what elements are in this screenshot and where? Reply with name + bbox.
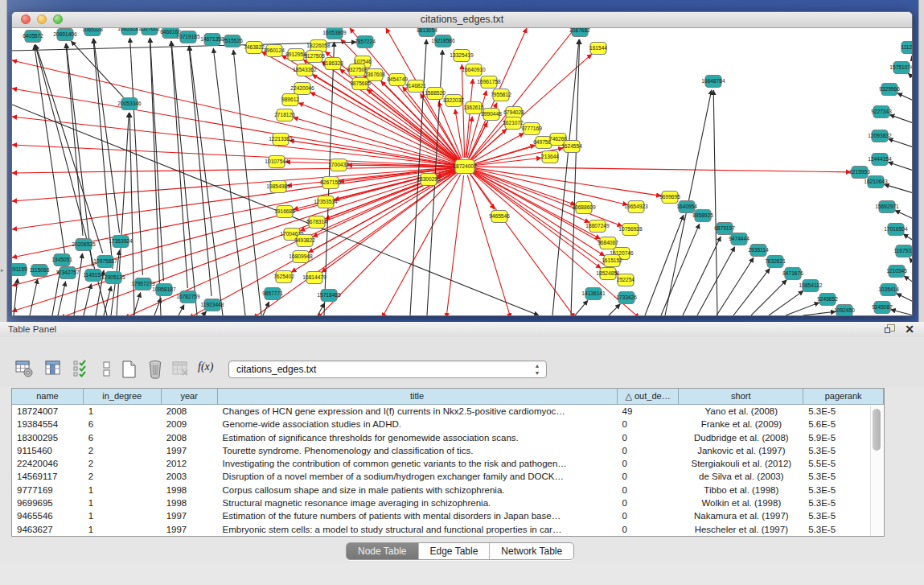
cell-year[interactable]: 2012: [162, 457, 218, 470]
cell-year[interactable]: 1997: [162, 509, 218, 522]
network-node[interactable]: 10688609: [572, 202, 596, 214]
network-node[interactable]: 1345051: [51, 254, 72, 266]
float-window-icon[interactable]: [885, 324, 895, 334]
network-node[interactable]: 7625402: [273, 271, 294, 283]
create-column-icon[interactable]: [119, 359, 140, 380]
network-node[interactable]: 20053346: [117, 98, 142, 110]
cell-short[interactable]: Hescheler et al. (1997): [679, 523, 803, 536]
panel-collapse-arrow-icon[interactable]: ▸: [1, 267, 4, 274]
network-node[interactable]: 6405572: [23, 31, 43, 43]
network-node[interactable]: 1700432: [328, 159, 349, 171]
table-mode-icon[interactable]: [14, 359, 35, 380]
cell-title[interactable]: Investigating the contribution of common…: [218, 457, 618, 470]
network-node[interactable]: 18807249: [585, 220, 610, 233]
network-node[interactable]: 8186328: [322, 58, 343, 70]
cell-year[interactable]: 2009: [162, 418, 218, 431]
network-node[interactable]: 14136141: [581, 288, 606, 300]
network-node[interactable]: 16961758: [477, 76, 501, 89]
cell-title[interactable]: Corpus callosum shape and size in male p…: [218, 484, 618, 496]
cell-name[interactable]: 14569117: [12, 470, 84, 483]
network-node[interactable]: 9857771: [262, 288, 283, 300]
show-columns-icon[interactable]: [43, 359, 64, 380]
tab-edge-table[interactable]: Edge Table: [419, 543, 491, 559]
network-node[interactable]: 16640910: [462, 64, 486, 76]
cell-year[interactable]: 1997: [162, 444, 218, 457]
cell-name[interactable]: 9777169: [12, 484, 84, 496]
cell-out_de[interactable]: 0: [618, 457, 680, 470]
cell-in_degree[interactable]: 1: [84, 484, 162, 496]
network-node[interactable]: 111287: [901, 42, 912, 54]
cell-short[interactable]: Yano et al. (2008): [679, 405, 803, 418]
table-row[interactable]: 946362711997Embryonic stem cells: a mode…: [12, 523, 884, 536]
cell-in_degree[interactable]: 2: [84, 457, 162, 470]
cell-title[interactable]: Tourette syndrome. Phenomenology and cla…: [218, 444, 618, 457]
column-header-out_de[interactable]: △ out_de…: [618, 389, 680, 405]
network-node[interactable]: 9474444: [729, 233, 749, 245]
table-row[interactable]: 1456911722003Disruption of a novel membe…: [12, 470, 884, 483]
network-node[interactable]: 9146821: [405, 80, 426, 93]
network-node[interactable]: 14671358: [200, 34, 224, 46]
cell-title[interactable]: Estimation of significance thresholds fo…: [218, 431, 618, 444]
table-row[interactable]: 2242004622012Investigating the contribut…: [12, 457, 884, 470]
network-node[interactable]: 10653287: [117, 28, 142, 35]
network-node[interactable]: 1527602: [139, 28, 160, 35]
dropdown-spinner-icon[interactable]: ▲▼: [532, 362, 542, 377]
citation-network-graph[interactable]: 1872400774638228960124891295418226058912…: [12, 28, 912, 316]
column-header-year[interactable]: year: [162, 389, 218, 405]
network-node[interactable]: 1916685: [274, 206, 295, 218]
network-node[interactable]: 15718485: [317, 290, 341, 302]
network-node[interactable]: 1115068: [30, 265, 50, 277]
network-node[interactable]: 8215953: [849, 167, 870, 179]
network-node[interactable]: 9245087: [872, 302, 893, 314]
network-node[interactable]: 8960124: [264, 45, 285, 57]
network-node[interactable]: 13325419: [450, 50, 474, 62]
cell-year[interactable]: 1998: [162, 484, 218, 496]
network-node[interactable]: 1640954: [676, 201, 697, 213]
cell-out_de[interactable]: 0: [618, 484, 680, 496]
cell-in_degree[interactable]: 2: [84, 444, 162, 457]
cell-short[interactable]: de Silva et al. (2003): [679, 470, 803, 483]
cell-short[interactable]: Wolkin et al. (1998): [679, 496, 803, 509]
network-node[interactable]: 213644: [541, 151, 559, 163]
network-node[interactable]: 1145154: [83, 270, 104, 282]
network-node[interactable]: 6879197: [714, 223, 735, 235]
network-node[interactable]: 8322037: [443, 95, 464, 107]
cell-in_degree[interactable]: 1: [84, 405, 162, 418]
network-node[interactable]: 8958925: [692, 210, 713, 222]
cell-short[interactable]: Stergiakouli et al. (2012): [679, 457, 803, 470]
network-node[interactable]: 20206535: [72, 239, 96, 251]
network-node[interactable]: 161544: [589, 43, 607, 55]
network-node[interactable]: 16782759: [176, 291, 200, 303]
network-node[interactable]: 1092450: [834, 305, 855, 317]
delete-column-icon[interactable]: [145, 359, 166, 380]
cell-short[interactable]: Tibbo et al. (1998): [679, 484, 803, 496]
network-node[interactable]: 9777169: [521, 123, 542, 135]
cell-year[interactable]: 2008: [162, 405, 218, 418]
cell-out_de[interactable]: 49: [618, 405, 680, 418]
column-header-name[interactable]: name: [12, 389, 84, 405]
cell-short[interactable]: Dudbridge et al. (2008): [679, 431, 803, 444]
cell-name[interactable]: 9115460: [12, 444, 84, 457]
network-node[interactable]: 8471676: [782, 268, 803, 280]
network-node[interactable]: 5678314: [306, 216, 327, 229]
cell-year[interactable]: 2003: [162, 470, 218, 483]
tab-node-table[interactable]: Node Table: [347, 543, 419, 559]
network-node[interactable]: 12353534: [314, 196, 338, 208]
cell-name[interactable]: 9463627: [12, 523, 84, 536]
close-icon[interactable]: ✕: [905, 323, 914, 336]
network-node[interactable]: 17353924: [109, 236, 133, 248]
function-builder-icon[interactable]: f(x): [198, 360, 213, 373]
cell-name[interactable]: 19384554: [12, 418, 84, 431]
network-node[interactable]: 16648784: [701, 76, 725, 88]
cell-out_de[interactable]: 0: [618, 509, 680, 522]
network-node[interactable]: 9245652: [817, 294, 838, 306]
network-window[interactable]: citations_edges.txt 18724007746382289601…: [11, 11, 913, 316]
column-header-in_degree[interactable]: in_degree: [84, 389, 162, 405]
network-node[interactable]: 10756928: [618, 224, 643, 236]
network-node[interactable]: 12444154: [868, 154, 892, 166]
network-node[interactable]: 7955812: [491, 89, 511, 101]
network-node[interactable]: 9699695: [659, 192, 680, 204]
network-node[interactable]: 10654112: [799, 280, 823, 292]
network-node[interactable]: 10975887: [93, 256, 117, 268]
cell-name[interactable]: 18300295: [12, 431, 84, 444]
